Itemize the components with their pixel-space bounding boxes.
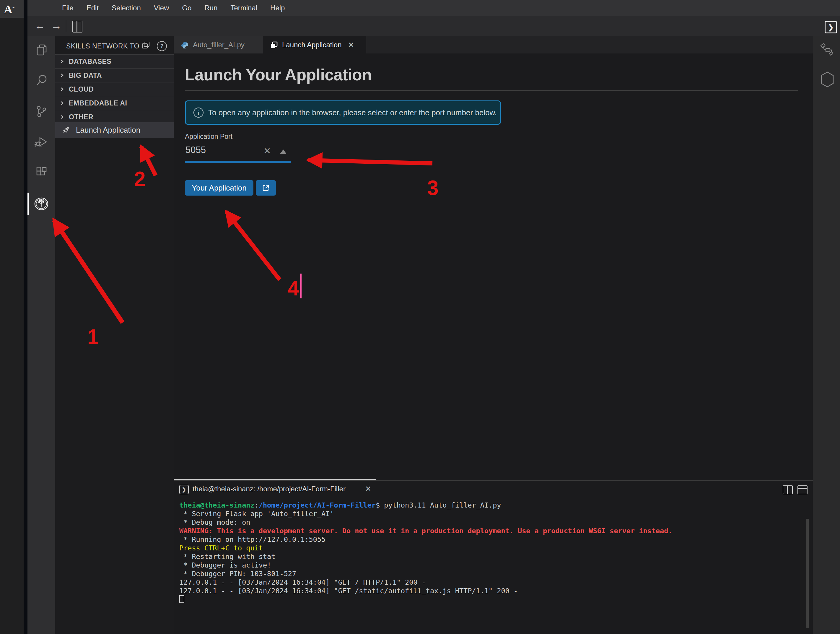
sidebar-header: SKILLS NETWORK TO... ?	[55, 41, 174, 52]
rocket-icon	[61, 126, 71, 135]
terminal-line: * Debugger is active!	[179, 561, 805, 569]
tab-label: Launch Application	[282, 41, 342, 49]
sidebar-tree: DATABASESBIG DATACLOUDEMBEDDABLE AIOTHER	[55, 54, 174, 124]
sidebar-section-big-data[interactable]: BIG DATA	[55, 68, 174, 82]
terminal-tab-bar: ❯ theia@theia-sinanz: /home/project/AI-F…	[174, 484, 813, 497]
app-logo: A-	[4, 2, 14, 16]
port-field-label: Application Port	[185, 133, 232, 141]
chevron-right-icon	[60, 73, 64, 77]
menu-item-terminal[interactable]: Terminal	[224, 4, 264, 12]
help-icon[interactable]: ?	[157, 41, 167, 51]
terminal-scrollbar[interactable]	[806, 519, 809, 628]
menu-item-help[interactable]: Help	[264, 4, 291, 12]
terminal-toggle-icon[interactable]: ❯	[825, 21, 837, 33]
terminal-panel: ❯ theia@theia-sinanz: /home/project/AI-F…	[174, 480, 813, 634]
menu-bar: FileEditSelectionViewGoRunTerminalHelp	[27, 0, 840, 16]
terminal-line: theia@theia-sinanz:/home/project/AI-Form…	[179, 501, 805, 510]
menu-item-go[interactable]: Go	[175, 4, 198, 12]
terminal-line: 127.0.0.1 - - [03/Jan/2024 16:34:04] "GE…	[179, 587, 805, 595]
info-banner-text: To open any application in the browser, …	[208, 108, 497, 117]
chevron-right-icon	[60, 115, 64, 119]
info-icon: i	[193, 108, 204, 118]
chevron-right-icon	[60, 101, 64, 105]
terminal-line	[179, 595, 805, 604]
page-title: Launch Your Application	[185, 65, 371, 84]
toolbar: ← → ❯	[27, 16, 840, 36]
terminal-active-tab-indicator	[174, 479, 376, 480]
section-label: BIG DATA	[69, 71, 102, 79]
heading-divider	[185, 90, 798, 91]
sidebar-item-label: Launch Application	[76, 126, 140, 135]
sidebar-section-databases[interactable]: DATABASES	[55, 54, 174, 68]
maximize-panel-icon[interactable]	[797, 485, 807, 494]
port-input[interactable]	[185, 144, 275, 156]
section-label: EMBEDDABLE AI	[69, 99, 127, 107]
menu-item-run[interactable]: Run	[198, 4, 224, 12]
active-view-indicator	[27, 193, 28, 215]
debug-icon[interactable]	[27, 129, 55, 155]
sidebar-section-other[interactable]: OTHER	[55, 110, 174, 124]
menu-item-view[interactable]: View	[147, 4, 176, 12]
sidebar-panel: SKILLS NETWORK TO... ? DATABASESBIG DATA…	[55, 36, 174, 634]
external-link-icon	[262, 184, 270, 192]
split-terminal-icon[interactable]	[783, 485, 793, 494]
extensions-icon[interactable]	[27, 159, 55, 186]
python-icon	[181, 41, 189, 49]
dropdown-collapse-icon[interactable]	[280, 150, 286, 154]
terminal-line: WARNING: This is a development server. D…	[179, 527, 805, 535]
terminal-line: * Serving Flask app 'Auto_filler_AI'	[179, 510, 805, 518]
back-arrow-icon[interactable]: ←	[35, 19, 45, 32]
chevron-right-icon	[60, 87, 64, 91]
info-banner: i To open any application in the browser…	[185, 100, 501, 125]
application-window-icon	[270, 41, 278, 49]
terminal-output: theia@theia-sinanz:/home/project/AI-Form…	[179, 501, 805, 604]
terminal-icon: ❯	[179, 485, 189, 494]
clear-input-icon[interactable]: ✕	[264, 145, 271, 156]
open-editors-icon[interactable]	[142, 42, 150, 49]
editor-content: Launch Your Application i To open any ap…	[174, 54, 813, 480]
terminal-line: * Restarting with stat	[179, 552, 805, 561]
pipeline-graph-icon[interactable]	[820, 43, 834, 57]
explorer-icon[interactable]	[27, 36, 55, 63]
input-underline	[185, 161, 291, 163]
terminal-line: * Debugger PIN: 103-801-527	[179, 569, 805, 578]
your-application-button[interactable]: Your Application	[185, 180, 253, 196]
editor-tab-bar: Auto_filler_AI.py Launch Application ✕	[174, 36, 813, 54]
menu-item-edit[interactable]: Edit	[80, 4, 105, 12]
terminal-line: * Debug mode: on	[179, 518, 805, 527]
chevron-right-icon	[60, 59, 64, 63]
menu-item-selection[interactable]: Selection	[105, 4, 147, 12]
skills-network-icon[interactable]	[27, 191, 55, 217]
terminal-line: * Running on http://127.0.0.1:5055	[179, 535, 805, 544]
toolbar-divider	[66, 20, 66, 32]
window-gap-divider	[24, 0, 27, 634]
right-icon-rail	[813, 36, 840, 634]
search-icon[interactable]	[27, 67, 55, 94]
hex-0x-icon[interactable]	[820, 71, 835, 88]
sidebar-section-cloud[interactable]: CLOUD	[55, 82, 174, 96]
section-label: DATABASES	[69, 58, 111, 66]
terminal-cursor	[179, 595, 184, 603]
sidebar-title: SKILLS NETWORK TO...	[66, 42, 140, 50]
terminal-tab-label[interactable]: theia@theia-sinanz: /home/project/AI-For…	[193, 485, 346, 493]
split-editor-icon[interactable]	[73, 21, 82, 33]
close-icon[interactable]: ✕	[348, 41, 354, 49]
section-label: OTHER	[69, 113, 93, 121]
sidebar-item-launch-application[interactable]: Launch Application	[55, 122, 174, 138]
source-control-icon[interactable]	[27, 98, 55, 125]
forward-arrow-icon[interactable]: →	[51, 19, 62, 32]
tab-label: Auto_filler_AI.py	[193, 41, 245, 49]
terminal-close-icon[interactable]: ✕	[365, 484, 371, 493]
background-window-strip	[0, 0, 24, 634]
terminal-line: 127.0.0.1 - - [03/Jan/2024 16:34:04] "GE…	[179, 578, 805, 587]
tab-auto-filler-ai-py[interactable]: Auto_filler_AI.py	[174, 36, 263, 54]
open-external-button[interactable]	[256, 180, 276, 196]
terminal-line: Press CTRL+C to quit	[179, 544, 805, 552]
tab-launch-application[interactable]: Launch Application ✕	[263, 36, 366, 54]
menu-item-file[interactable]: File	[55, 4, 80, 12]
activity-bar	[27, 36, 55, 634]
sidebar-section-embeddable-ai[interactable]: EMBEDDABLE AI	[55, 96, 174, 110]
section-label: CLOUD	[69, 85, 94, 93]
